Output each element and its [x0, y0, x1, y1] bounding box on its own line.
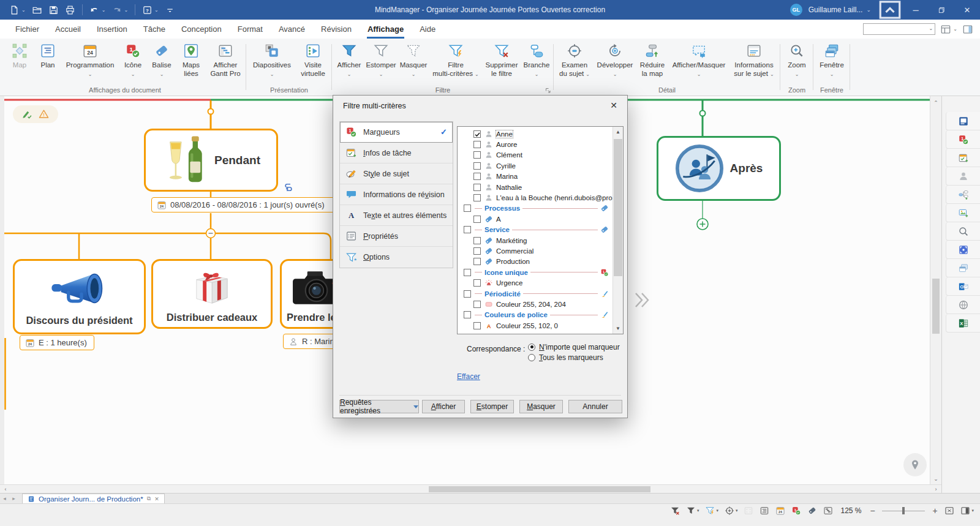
marker-item-a[interactable]: A — [458, 214, 612, 224]
dialog-tab-style-de-sujet[interactable]: Style de sujet — [340, 163, 453, 184]
user-menu[interactable]: Guillaume Laill...⌄ — [809, 6, 871, 14]
close-button[interactable]: ✕ — [954, 0, 980, 20]
dialog-tab-infos-de-t-che[interactable]: Infos de tâche — [340, 143, 453, 163]
multi-filter-button[interactable]: ▾ — [705, 506, 718, 516]
dialog-tab-marqueurs[interactable]: 1Marqueurs✓ — [340, 122, 453, 143]
checkbox[interactable] — [473, 194, 481, 201]
marker-item-couleur-255-204-204[interactable]: Couleur 255, 204, 204 — [458, 299, 612, 309]
float-tab-icon[interactable]: ⧉ — [147, 495, 151, 502]
tag-view-button[interactable] — [807, 506, 817, 516]
undo-button[interactable]: ⌄ — [86, 2, 109, 18]
checkbox[interactable] — [473, 141, 481, 148]
ic-ne-button[interactable]: 1Icône⌄ — [118, 40, 148, 86]
ribbon-search-combobox[interactable]: ⌄ — [863, 23, 935, 35]
checkbox[interactable] — [473, 258, 481, 265]
dialog-close-icon[interactable]: ✕ — [608, 100, 620, 110]
zoom-slider-handle[interactable] — [902, 507, 905, 514]
estomper-button[interactable]: Estomper⌄ — [364, 40, 398, 86]
masquer-button[interactable]: Masquer⌄ — [398, 40, 429, 86]
supprimer-le-filtre-button[interactable]: Supprimerle filtre — [482, 40, 521, 86]
plan-button[interactable]: Plan — [34, 40, 62, 86]
sidebar-tab-outlook[interactable]: O — [946, 277, 980, 296]
checkbox[interactable] — [473, 279, 481, 287]
checkbox[interactable] — [464, 269, 471, 276]
vertical-scroll-thumb[interactable] — [932, 279, 940, 334]
marker-group-p-riodicit-[interactable]: Périodicité — [458, 288, 612, 299]
topic-apres[interactable]: Après — [657, 136, 781, 201]
afficher-button[interactable]: Afficher⌄ — [334, 40, 364, 86]
annuler-button[interactable]: Annuler — [568, 400, 622, 413]
panel-toggle-icon[interactable] — [962, 24, 974, 35]
ribbon-tab-révision[interactable]: Révision — [313, 20, 360, 39]
relationship-icon[interactable] — [283, 182, 294, 193]
ribbon-tab-aide[interactable]: Aide — [412, 20, 443, 39]
visite-virtuelle-button[interactable]: Visitevirtuelle — [296, 40, 330, 86]
save-button[interactable] — [45, 2, 62, 18]
print-button[interactable] — [62, 2, 78, 18]
scroll-up-icon[interactable]: ⌃ — [930, 100, 941, 106]
dialog-tab-texte-et-autres-l-ments[interactable]: ATexte et autres éléments — [340, 205, 453, 226]
list-scrollbar[interactable]: ▲ ▼ — [612, 127, 623, 334]
ribbon-tab-fichier[interactable]: Fichier — [7, 20, 47, 39]
view-layout-icon[interactable]: ⌄ — [940, 24, 957, 35]
match-option-any[interactable]: N'importe quel marqueur — [528, 342, 620, 352]
balise-button[interactable]: Balise⌄ — [148, 40, 176, 86]
marker-item-cyrille[interactable]: Cyrille — [458, 160, 612, 171]
requ-tes-enregistr-es-button[interactable]: Requêtes enregistrées — [339, 400, 419, 413]
checkbox[interactable] — [464, 205, 471, 212]
redo-button[interactable]: ⌄ — [108, 2, 131, 18]
scroll-right-icon[interactable]: › — [933, 486, 939, 492]
afficher-masquer-button[interactable]: Afficher/Masquer⌄ — [668, 40, 729, 86]
informations-sur-le-sujet-button[interactable]: Informationssur le sujet⌄ — [729, 40, 778, 86]
marker-item-nathalie[interactable]: Nathalie — [458, 182, 612, 192]
ribbon-tab-accueil[interactable]: Accueil — [47, 20, 89, 39]
tab-nav-right-icon[interactable]: ▸ — [9, 495, 18, 502]
checkbox[interactable] — [473, 237, 481, 244]
task-info-view-button[interactable]: 24 — [775, 506, 785, 516]
scroll-down-icon[interactable]: ⌄ — [930, 476, 941, 482]
avatar[interactable]: GL — [790, 4, 802, 16]
topic-focus-button[interactable]: ▾ — [725, 506, 738, 516]
zoom-slider[interactable] — [882, 506, 925, 515]
clear-link[interactable]: Effacer — [457, 372, 480, 381]
topic-discours[interactable]: Discours du président — [13, 259, 146, 334]
outline-view-button[interactable] — [760, 506, 769, 516]
d-velopper-button[interactable]: Développer⌄ — [594, 40, 636, 86]
zoom-in-button[interactable]: + — [931, 506, 938, 516]
checkbox[interactable] — [473, 301, 481, 308]
task-info-pendant[interactable]: 24 08/08/2016 - 08/08/2016 : 1 jour(s) o… — [151, 197, 336, 212]
sidebar-tab-browser[interactable] — [946, 296, 980, 314]
checkbox[interactable] — [464, 226, 471, 233]
vertical-scrollbar[interactable]: ⌃ ⌄ — [930, 96, 941, 486]
sidebar-tab-navigation[interactable] — [946, 241, 980, 259]
gantt-view-button[interactable] — [823, 506, 833, 516]
marker-item-commercial[interactable]: Commercial — [458, 246, 612, 256]
sidebar-tab-resources[interactable] — [946, 167, 980, 186]
scroll-up-icon[interactable]: ▲ — [613, 129, 623, 135]
sidebar-tab-markers[interactable]: 1 — [946, 130, 980, 149]
filtre-multi-crit-res-button[interactable]: Filtremulti-critères⌄ — [429, 40, 482, 86]
checkbox[interactable] — [473, 162, 481, 170]
marker-item-urgence[interactable]: Urgence — [458, 277, 612, 288]
marker-item-cl-ment[interactable]: Clément — [458, 150, 612, 160]
marker-group-processus[interactable]: Processus — [458, 203, 612, 214]
tab-nav-left-icon[interactable]: ◂ — [0, 495, 9, 502]
marker-group-couleurs-de-police[interactable]: Couleurs de police — [458, 310, 612, 320]
sidebar-tab-search[interactable] — [946, 222, 980, 241]
sidebar-tab-map-parts[interactable] — [946, 186, 980, 204]
marker-group-service[interactable]: Service — [458, 225, 612, 235]
checkbox[interactable] — [473, 130, 481, 138]
checkbox[interactable] — [473, 184, 481, 191]
horizontal-scroll-thumb[interactable] — [429, 486, 650, 492]
ribbon-tab-insertion[interactable]: Insertion — [89, 20, 135, 39]
checkbox[interactable] — [473, 216, 481, 223]
sidebar-tab-excel[interactable]: X — [946, 314, 980, 333]
document-tab[interactable]: Organiser Journ... de Production* ⧉ ✕ — [22, 494, 165, 504]
sidebar-tab-index[interactable] — [946, 112, 980, 130]
topic-cadeaux[interactable]: Distribuer cadeaux — [151, 259, 273, 329]
sidebar-tab-snippets[interactable] — [946, 259, 980, 277]
checkbox[interactable] — [473, 322, 481, 329]
topic-pendant[interactable]: Pendant — [144, 129, 278, 192]
marker-item-aurore[interactable]: Aurore — [458, 139, 612, 149]
marker-item-anne[interactable]: Anne — [458, 129, 612, 139]
